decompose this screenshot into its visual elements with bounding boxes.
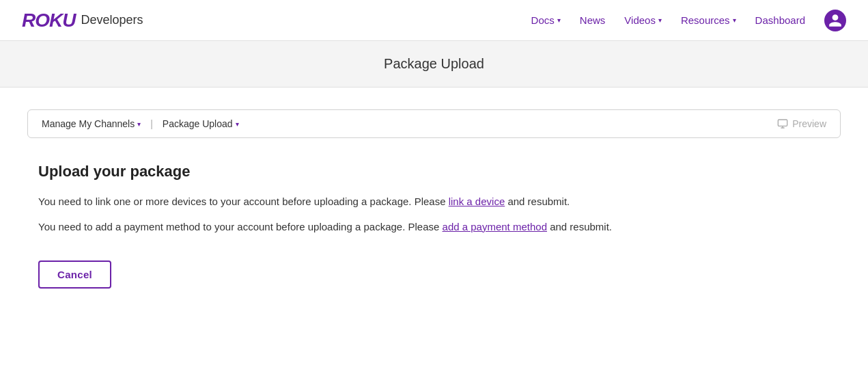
svg-rect-0 [779, 120, 787, 126]
developers-label: Developers [81, 13, 143, 27]
user-icon [828, 13, 843, 28]
breadcrumb-bar: Manage My Channels ▾ | Package Upload ▾ … [27, 109, 841, 138]
chevron-down-icon: ▾ [137, 120, 141, 128]
nav-videos[interactable]: Videos ▾ [624, 14, 662, 26]
header-left: ROKU Developers [22, 10, 143, 31]
breadcrumb-manage-channels[interactable]: Manage My Channels ▾ [42, 118, 141, 129]
breadcrumb-separator: | [150, 118, 153, 129]
message-line-1: You need to link one or more devices to … [38, 194, 830, 210]
message1-prefix: You need to link one or more devices to … [38, 196, 449, 207]
nav-news[interactable]: News [580, 14, 606, 26]
chevron-down-icon: ▾ [733, 16, 736, 24]
user-avatar[interactable] [824, 10, 846, 31]
nav-docs-label: Docs [531, 14, 555, 26]
chevron-down-icon: ▾ [236, 120, 239, 128]
page-title-bar: Package Upload [0, 41, 868, 88]
page-title: Package Upload [384, 56, 484, 71]
message2-suffix: and resubmit. [547, 221, 612, 232]
cancel-button[interactable]: Cancel [38, 261, 111, 289]
chevron-down-icon: ▾ [658, 16, 662, 24]
breadcrumb-manage-channels-label: Manage My Channels [42, 118, 135, 129]
nav-videos-label: Videos [624, 14, 656, 26]
chevron-down-icon: ▾ [557, 16, 561, 24]
nav-resources[interactable]: Resources ▾ [681, 14, 736, 26]
upload-title: Upload your package [38, 163, 830, 181]
preview-section[interactable]: Preview [777, 118, 826, 129]
nav-dashboard[interactable]: Dashboard [755, 14, 805, 26]
roku-wordmark: ROKU [22, 10, 75, 31]
nav-resources-label: Resources [681, 14, 730, 26]
link-add-payment[interactable]: add a payment method [443, 221, 547, 232]
main-nav: Docs ▾ News Videos ▾ Resources ▾ Dashboa… [531, 10, 846, 31]
message1-suffix: and resubmit. [505, 196, 570, 207]
nav-news-label: News [580, 14, 606, 26]
roku-logo[interactable]: ROKU Developers [22, 10, 143, 31]
breadcrumb-package-upload[interactable]: Package Upload ▾ [163, 118, 239, 129]
nav-dashboard-label: Dashboard [755, 14, 805, 26]
breadcrumb-package-upload-label: Package Upload [163, 118, 233, 129]
message-line-2: You need to add a payment method to your… [38, 219, 830, 235]
breadcrumb-left: Manage My Channels ▾ | Package Upload ▾ [42, 118, 239, 129]
main-content: Manage My Channels ▾ | Package Upload ▾ … [0, 88, 868, 310]
message2-prefix: You need to add a payment method to your… [38, 221, 443, 232]
preview-label: Preview [792, 118, 826, 129]
preview-icon [777, 118, 788, 129]
site-header: ROKU Developers Docs ▾ News Videos ▾ Res… [0, 0, 868, 41]
upload-section: Upload your package You need to link one… [27, 163, 841, 289]
link-a-device[interactable]: link a device [449, 196, 505, 207]
nav-docs[interactable]: Docs ▾ [531, 14, 561, 26]
